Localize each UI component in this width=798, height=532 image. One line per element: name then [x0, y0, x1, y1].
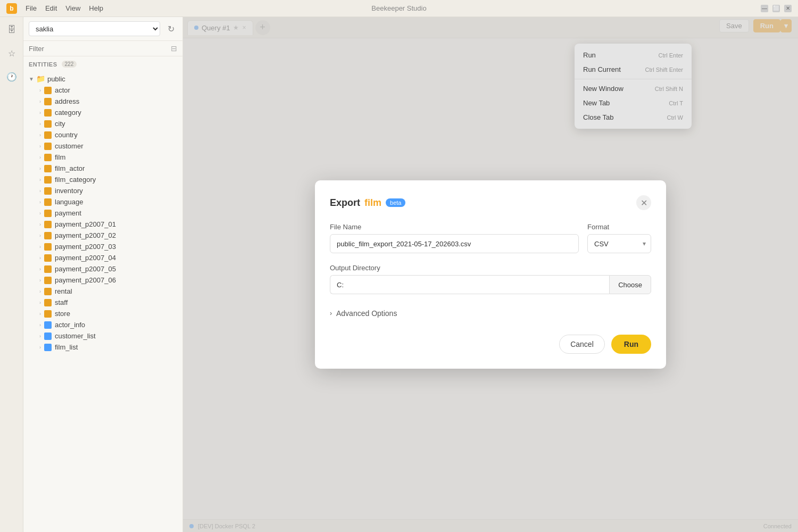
- expand-arrow-icon: ›: [39, 144, 41, 149]
- list-item[interactable]: › address: [34, 96, 182, 107]
- app-logo: b: [6, 3, 17, 14]
- expand-arrow-icon: ›: [39, 211, 41, 216]
- format-select-wrapper: CSV JSON SQL ▾: [587, 234, 651, 253]
- list-item[interactable]: › payment_p2007_03: [34, 241, 182, 252]
- app-title: Beekeeper Studio: [371, 4, 426, 12]
- list-item[interactable]: › film_list: [34, 342, 182, 353]
- table-icon: [44, 198, 52, 206]
- entity-name: actor_info: [55, 321, 85, 329]
- list-item[interactable]: › inventory: [34, 185, 182, 196]
- dialog-title-accent: film: [364, 197, 381, 209]
- table-icon: [44, 243, 52, 251]
- icon-star[interactable]: ☆: [3, 45, 20, 62]
- table-icon: [44, 154, 52, 161]
- table-icon: [44, 277, 52, 284]
- entity-tree: ▼ 📁 public › actor › address: [23, 70, 182, 532]
- menu-items: File Edit View Help: [26, 4, 103, 12]
- chevron-down-icon: ▼: [29, 76, 34, 82]
- menu-edit[interactable]: Edit: [45, 4, 57, 12]
- dialog-title: Export film beta: [330, 197, 405, 209]
- minimize-button[interactable]: —: [761, 5, 768, 12]
- table-icon: [44, 187, 52, 195]
- dialog-title-text: Export: [330, 197, 360, 209]
- menu-view[interactable]: View: [65, 4, 80, 12]
- list-item[interactable]: › payment: [34, 207, 182, 219]
- list-item[interactable]: › actor: [34, 85, 182, 96]
- file-name-input[interactable]: [330, 234, 579, 253]
- output-dir-label: Output Directory: [330, 264, 651, 272]
- list-item[interactable]: › payment_p2007_01: [34, 219, 182, 230]
- table-icon: [44, 131, 52, 139]
- expand-arrow-icon: ›: [39, 166, 41, 171]
- menu-file[interactable]: File: [26, 4, 37, 12]
- table-icon: [44, 120, 52, 128]
- list-item[interactable]: › customer_list: [34, 330, 182, 342]
- icon-history[interactable]: 🕐: [3, 68, 20, 85]
- choose-button[interactable]: Choose: [609, 275, 651, 294]
- window-controls: — ⬜ ✕: [761, 5, 792, 12]
- dialog-close-button[interactable]: ✕: [636, 195, 651, 210]
- list-item[interactable]: › actor_info: [34, 319, 182, 330]
- entity-name: film: [55, 153, 65, 161]
- expand-arrow-icon: ›: [39, 278, 41, 283]
- entity-group-header-public[interactable]: ▼ 📁 public: [23, 73, 182, 85]
- refresh-button[interactable]: ↻: [164, 22, 177, 35]
- list-item[interactable]: › film_category: [34, 174, 182, 185]
- sidebar: saklia ↻ ⊟ ENTITIES 222 ▼ 📁 public ›: [23, 17, 183, 532]
- list-item[interactable]: › customer: [34, 140, 182, 152]
- entity-name: address: [55, 97, 79, 105]
- expand-arrow-icon: ›: [39, 200, 41, 205]
- table-icon: [44, 310, 52, 318]
- table-icon: [44, 265, 52, 273]
- table-icon: [44, 165, 52, 172]
- expand-arrow-icon: ›: [39, 267, 41, 272]
- filter-bar: ⊟: [23, 41, 182, 56]
- list-item[interactable]: › rental: [34, 286, 182, 297]
- close-window-button[interactable]: ✕: [784, 5, 792, 12]
- sidebar-toolbar: saklia ↻: [23, 17, 182, 41]
- list-item[interactable]: › language: [34, 196, 182, 207]
- maximize-button[interactable]: ⬜: [772, 5, 780, 12]
- list-item[interactable]: › store: [34, 308, 182, 319]
- dialog-run-button[interactable]: Run: [611, 335, 651, 354]
- expand-arrow-icon: ›: [39, 300, 41, 305]
- table-icon: [44, 221, 52, 228]
- entities-label: ENTITIES: [29, 61, 57, 68]
- cancel-button[interactable]: Cancel: [559, 335, 605, 354]
- advanced-chevron-icon: ›: [330, 310, 332, 317]
- entity-group-public: ▼ 📁 public › actor › address: [23, 72, 182, 354]
- list-item[interactable]: › film_actor: [34, 163, 182, 174]
- list-item[interactable]: › category: [34, 107, 182, 118]
- list-item[interactable]: › country: [34, 129, 182, 140]
- expand-arrow-icon: ›: [39, 289, 41, 294]
- filter-input[interactable]: [29, 45, 171, 53]
- expand-arrow-icon: ›: [39, 244, 41, 250]
- entity-name: film_category: [55, 176, 96, 184]
- list-item[interactable]: › film: [34, 152, 182, 163]
- format-select[interactable]: CSV JSON SQL: [587, 234, 651, 253]
- entity-name: language: [55, 198, 84, 206]
- expand-arrow-icon: ›: [39, 322, 41, 328]
- database-select[interactable]: saklia: [29, 21, 160, 36]
- advanced-options-row[interactable]: › Advanced Options: [330, 305, 651, 322]
- view-icon: [44, 321, 52, 329]
- table-icon: [44, 98, 52, 105]
- main-layout: 🗄 ☆ 🕐 saklia ↻ ⊟ ENTITIES 222 ▼ 📁 public: [0, 17, 798, 532]
- entity-name: payment_p2007_03: [55, 243, 116, 251]
- filter-icon: ⊟: [171, 44, 177, 53]
- content-area: Query #1 ★ × + Save Run ▾ Run Ctrl Enter: [183, 17, 798, 532]
- list-item[interactable]: › payment_p2007_04: [34, 252, 182, 263]
- expand-arrow-icon: ›: [39, 155, 41, 160]
- table-icon: [44, 87, 52, 94]
- dialog-backdrop: Export film beta ✕ File Name Format: [183, 17, 798, 532]
- table-icon: [44, 288, 52, 295]
- menu-help[interactable]: Help: [89, 4, 103, 12]
- list-item[interactable]: › payment_p2007_06: [34, 275, 182, 286]
- icon-db[interactable]: 🗄: [3, 21, 20, 38]
- list-item[interactable]: › staff: [34, 297, 182, 308]
- export-dialog: Export film beta ✕ File Name Format: [315, 180, 666, 369]
- list-item[interactable]: › city: [34, 118, 182, 129]
- list-item[interactable]: › payment_p2007_02: [34, 230, 182, 241]
- list-item[interactable]: › payment_p2007_05: [34, 263, 182, 275]
- output-dir-input[interactable]: [330, 275, 609, 294]
